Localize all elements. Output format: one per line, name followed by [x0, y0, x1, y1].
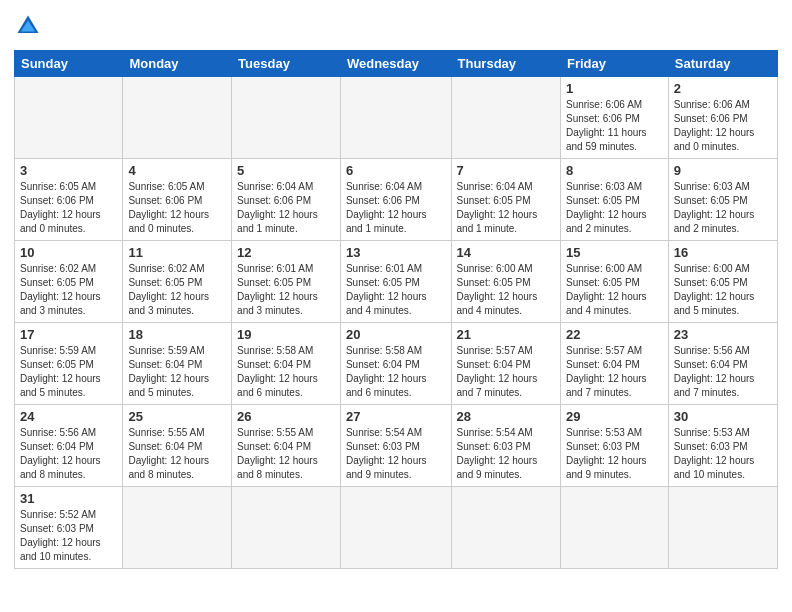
day-info: Sunrise: 5:59 AM Sunset: 6:04 PM Dayligh… [128, 344, 226, 400]
header [14, 12, 778, 40]
week-row-6: 31Sunrise: 5:52 AM Sunset: 6:03 PM Dayli… [15, 487, 778, 569]
day-info: Sunrise: 5:56 AM Sunset: 6:04 PM Dayligh… [674, 344, 772, 400]
day-number: 14 [457, 245, 555, 260]
day-number: 24 [20, 409, 117, 424]
day-number: 30 [674, 409, 772, 424]
logo-icon [14, 12, 42, 40]
day-number: 31 [20, 491, 117, 506]
day-cell: 21Sunrise: 5:57 AM Sunset: 6:04 PM Dayli… [451, 323, 560, 405]
weekday-header-tuesday: Tuesday [232, 51, 341, 77]
day-cell: 1Sunrise: 6:06 AM Sunset: 6:06 PM Daylig… [560, 77, 668, 159]
day-cell [15, 77, 123, 159]
week-row-1: 1Sunrise: 6:06 AM Sunset: 6:06 PM Daylig… [15, 77, 778, 159]
day-number: 26 [237, 409, 335, 424]
day-info: Sunrise: 5:52 AM Sunset: 6:03 PM Dayligh… [20, 508, 117, 564]
day-number: 15 [566, 245, 663, 260]
day-cell: 18Sunrise: 5:59 AM Sunset: 6:04 PM Dayli… [123, 323, 232, 405]
day-cell: 8Sunrise: 6:03 AM Sunset: 6:05 PM Daylig… [560, 159, 668, 241]
weekday-header-thursday: Thursday [451, 51, 560, 77]
day-cell: 16Sunrise: 6:00 AM Sunset: 6:05 PM Dayli… [668, 241, 777, 323]
weekday-header-monday: Monday [123, 51, 232, 77]
day-number: 8 [566, 163, 663, 178]
day-info: Sunrise: 5:58 AM Sunset: 6:04 PM Dayligh… [237, 344, 335, 400]
day-cell: 12Sunrise: 6:01 AM Sunset: 6:05 PM Dayli… [232, 241, 341, 323]
day-number: 5 [237, 163, 335, 178]
day-cell: 14Sunrise: 6:00 AM Sunset: 6:05 PM Dayli… [451, 241, 560, 323]
day-cell: 29Sunrise: 5:53 AM Sunset: 6:03 PM Dayli… [560, 405, 668, 487]
day-number: 11 [128, 245, 226, 260]
day-number: 21 [457, 327, 555, 342]
weekday-header-row: SundayMondayTuesdayWednesdayThursdayFrid… [15, 51, 778, 77]
day-info: Sunrise: 6:00 AM Sunset: 6:05 PM Dayligh… [457, 262, 555, 318]
day-number: 4 [128, 163, 226, 178]
day-number: 13 [346, 245, 446, 260]
day-cell [451, 487, 560, 569]
weekday-header-wednesday: Wednesday [340, 51, 451, 77]
day-info: Sunrise: 6:06 AM Sunset: 6:06 PM Dayligh… [674, 98, 772, 154]
logo [14, 12, 46, 40]
day-info: Sunrise: 6:04 AM Sunset: 6:06 PM Dayligh… [237, 180, 335, 236]
day-cell: 6Sunrise: 6:04 AM Sunset: 6:06 PM Daylig… [340, 159, 451, 241]
day-number: 2 [674, 81, 772, 96]
day-info: Sunrise: 6:00 AM Sunset: 6:05 PM Dayligh… [674, 262, 772, 318]
day-cell: 19Sunrise: 5:58 AM Sunset: 6:04 PM Dayli… [232, 323, 341, 405]
day-cell: 26Sunrise: 5:55 AM Sunset: 6:04 PM Dayli… [232, 405, 341, 487]
day-number: 10 [20, 245, 117, 260]
day-number: 19 [237, 327, 335, 342]
day-number: 6 [346, 163, 446, 178]
day-info: Sunrise: 6:02 AM Sunset: 6:05 PM Dayligh… [128, 262, 226, 318]
day-cell [232, 487, 341, 569]
day-cell: 4Sunrise: 6:05 AM Sunset: 6:06 PM Daylig… [123, 159, 232, 241]
day-cell [560, 487, 668, 569]
day-cell: 15Sunrise: 6:00 AM Sunset: 6:05 PM Dayli… [560, 241, 668, 323]
day-info: Sunrise: 6:01 AM Sunset: 6:05 PM Dayligh… [346, 262, 446, 318]
day-cell: 23Sunrise: 5:56 AM Sunset: 6:04 PM Dayli… [668, 323, 777, 405]
week-row-4: 17Sunrise: 5:59 AM Sunset: 6:05 PM Dayli… [15, 323, 778, 405]
day-info: Sunrise: 5:59 AM Sunset: 6:05 PM Dayligh… [20, 344, 117, 400]
weekday-header-sunday: Sunday [15, 51, 123, 77]
day-number: 9 [674, 163, 772, 178]
day-cell [668, 487, 777, 569]
weekday-header-friday: Friday [560, 51, 668, 77]
day-info: Sunrise: 5:57 AM Sunset: 6:04 PM Dayligh… [566, 344, 663, 400]
day-cell: 28Sunrise: 5:54 AM Sunset: 6:03 PM Dayli… [451, 405, 560, 487]
day-cell: 11Sunrise: 6:02 AM Sunset: 6:05 PM Dayli… [123, 241, 232, 323]
day-cell: 30Sunrise: 5:53 AM Sunset: 6:03 PM Dayli… [668, 405, 777, 487]
day-info: Sunrise: 5:56 AM Sunset: 6:04 PM Dayligh… [20, 426, 117, 482]
day-info: Sunrise: 5:57 AM Sunset: 6:04 PM Dayligh… [457, 344, 555, 400]
day-cell: 27Sunrise: 5:54 AM Sunset: 6:03 PM Dayli… [340, 405, 451, 487]
day-number: 17 [20, 327, 117, 342]
day-number: 22 [566, 327, 663, 342]
day-info: Sunrise: 5:54 AM Sunset: 6:03 PM Dayligh… [457, 426, 555, 482]
day-info: Sunrise: 5:58 AM Sunset: 6:04 PM Dayligh… [346, 344, 446, 400]
day-cell [123, 77, 232, 159]
week-row-3: 10Sunrise: 6:02 AM Sunset: 6:05 PM Dayli… [15, 241, 778, 323]
day-info: Sunrise: 5:54 AM Sunset: 6:03 PM Dayligh… [346, 426, 446, 482]
day-number: 12 [237, 245, 335, 260]
day-info: Sunrise: 6:01 AM Sunset: 6:05 PM Dayligh… [237, 262, 335, 318]
week-row-5: 24Sunrise: 5:56 AM Sunset: 6:04 PM Dayli… [15, 405, 778, 487]
day-info: Sunrise: 6:02 AM Sunset: 6:05 PM Dayligh… [20, 262, 117, 318]
week-row-2: 3Sunrise: 6:05 AM Sunset: 6:06 PM Daylig… [15, 159, 778, 241]
day-number: 29 [566, 409, 663, 424]
day-cell [340, 487, 451, 569]
weekday-header-saturday: Saturday [668, 51, 777, 77]
day-cell: 2Sunrise: 6:06 AM Sunset: 6:06 PM Daylig… [668, 77, 777, 159]
day-info: Sunrise: 5:55 AM Sunset: 6:04 PM Dayligh… [237, 426, 335, 482]
day-info: Sunrise: 6:03 AM Sunset: 6:05 PM Dayligh… [674, 180, 772, 236]
day-info: Sunrise: 6:05 AM Sunset: 6:06 PM Dayligh… [20, 180, 117, 236]
day-number: 1 [566, 81, 663, 96]
day-info: Sunrise: 6:06 AM Sunset: 6:06 PM Dayligh… [566, 98, 663, 154]
page: SundayMondayTuesdayWednesdayThursdayFrid… [0, 0, 792, 577]
day-number: 27 [346, 409, 446, 424]
day-cell: 25Sunrise: 5:55 AM Sunset: 6:04 PM Dayli… [123, 405, 232, 487]
day-cell: 13Sunrise: 6:01 AM Sunset: 6:05 PM Dayli… [340, 241, 451, 323]
day-number: 3 [20, 163, 117, 178]
day-number: 18 [128, 327, 226, 342]
day-cell: 17Sunrise: 5:59 AM Sunset: 6:05 PM Dayli… [15, 323, 123, 405]
day-cell: 3Sunrise: 6:05 AM Sunset: 6:06 PM Daylig… [15, 159, 123, 241]
day-number: 25 [128, 409, 226, 424]
day-number: 7 [457, 163, 555, 178]
day-info: Sunrise: 5:53 AM Sunset: 6:03 PM Dayligh… [674, 426, 772, 482]
day-cell [123, 487, 232, 569]
